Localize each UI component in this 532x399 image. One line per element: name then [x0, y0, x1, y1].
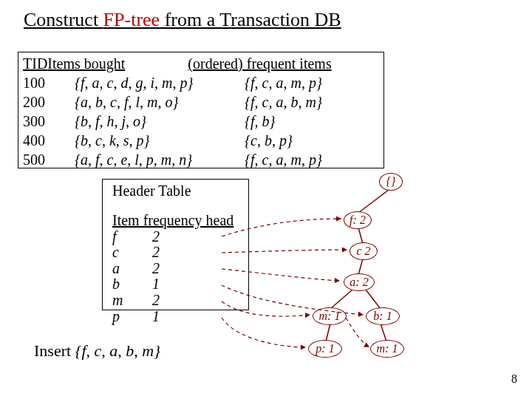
table-row: 100 {f, a, c, d, g, i, m, p} {f, c, a, m… — [23, 73, 379, 92]
svg-line-4 — [366, 290, 381, 309]
tree-edges-icon — [292, 170, 484, 362]
header-table-columns: Item frequency head — [112, 213, 233, 229]
header-table-row: b1 — [112, 276, 233, 293]
col-freq: (ordered) frequent items — [188, 54, 379, 73]
col-tid: TID — [23, 54, 47, 73]
svg-line-1 — [358, 228, 363, 244]
svg-line-0 — [358, 188, 392, 213]
header-table: Item frequency head f2 c2 a2 b1 m2 p1 — [112, 213, 233, 324]
node-m1: m: 1 — [313, 307, 347, 325]
svg-line-2 — [358, 259, 363, 275]
svg-line-3 — [330, 290, 352, 309]
insert-label: Insert {f, c, a, b, m} — [34, 341, 160, 361]
header-table-row: f2 — [112, 229, 233, 245]
node-f: f: 2 — [344, 211, 372, 229]
svg-line-6 — [381, 324, 386, 341]
node-p1: p: 1 — [308, 340, 342, 358]
page-number: 8 — [511, 372, 517, 386]
table-row: 200 {a, b, c, f, l, m, o} {f, c, a, b, m… — [23, 92, 379, 112]
table-row: 300 {b, f, h, j, o} {f, b} — [23, 112, 379, 131]
header-table-row: c2 — [112, 245, 233, 261]
slide-title: Construct FP-tree from a Transaction DB — [24, 9, 341, 31]
title-red: FP-tree — [103, 9, 160, 30]
transaction-table: TID Items bought (ordered) frequent item… — [18, 52, 384, 168]
node-root: {} — [379, 173, 403, 191]
header-table-row: m2 — [112, 293, 233, 309]
header-table-row: a2 — [112, 261, 233, 277]
title-prefix: Construct — [24, 9, 103, 30]
table-row: 500 {a, f, c, e, l, p, m, n} {f, c, a, m… — [23, 150, 379, 169]
node-b1: b: 1 — [366, 307, 400, 325]
title-suffix: from a Transaction DB — [160, 9, 341, 30]
col-items: Items bought — [47, 54, 188, 73]
node-c: c 2 — [349, 242, 378, 260]
header-table-label: Header Table — [112, 183, 191, 200]
fp-tree: {} f: 2 c 2 a: 2 m: 1 b: 1 p: 1 m: 1 — [292, 170, 484, 362]
table-row: 400 {b, c, k, s, p} {c, b, p} — [23, 131, 379, 150]
node-a: a: 2 — [344, 273, 375, 291]
header-table-row: p1 — [112, 309, 233, 325]
svg-line-5 — [326, 324, 330, 341]
node-m2: m: 1 — [370, 340, 404, 358]
